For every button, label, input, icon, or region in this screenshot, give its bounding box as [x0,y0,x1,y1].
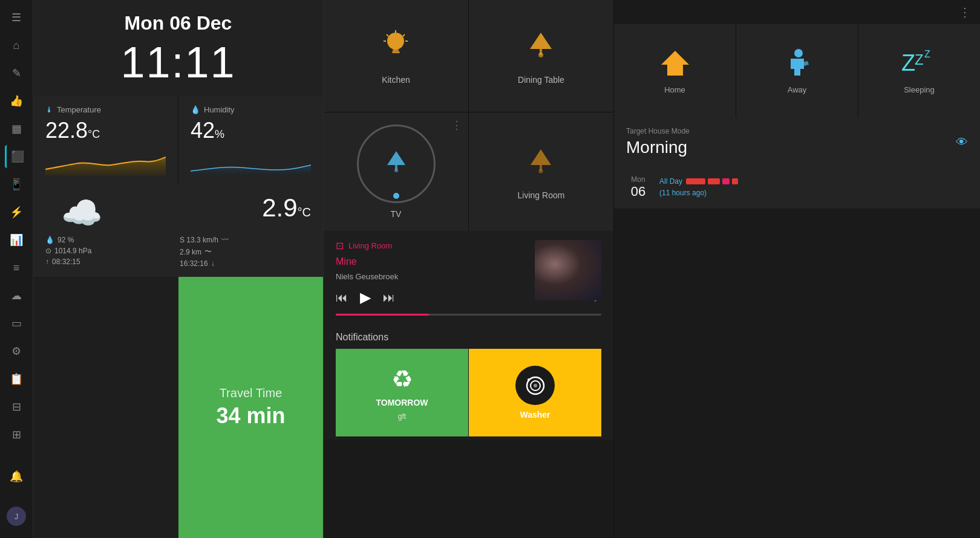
dining-label: Dining Table [518,75,564,85]
sched-bar-1 [686,178,705,184]
thumb-icon[interactable]: 👍 [5,89,28,112]
svg-point-20 [528,378,530,381]
washer-icon [515,366,555,405]
svg-text:Z: Z [915,51,924,68]
bottom-left: Travel Time 34 min [33,277,323,538]
play-button[interactable]: ▶ [360,289,371,306]
kitchen-label: Kitchen [382,75,410,85]
sleep-mode-icon: Z Z Z [901,48,938,80]
recycle-sub: gft [398,412,406,421]
svg-rect-2 [392,51,400,53]
washer-card[interactable]: Washer [469,349,601,436]
table-icon[interactable]: ⊞ [5,423,28,446]
tv-label: TV [391,209,402,219]
recycle-icon: ♻ [391,365,413,393]
date-time-card: Mon 06 Dec 11:11 [33,0,323,96]
sidebar: ☰ ⌂ ✎ 👍 ▦ ⬛ 📱 ⚡ 📊 ≡ ☁ ▭ ⚙ 📋 ⊟ ⊞ 🔔 J [0,0,33,538]
away-mode-label: Away [788,85,807,94]
svg-marker-14 [531,149,551,165]
empty-left [33,277,106,538]
all-day-label: All Day [659,177,682,186]
kitchen-light-card[interactable]: Kitchen [324,0,468,112]
bell-sidebar-icon[interactable]: 🔔 [5,465,28,488]
progress-bar[interactable] [336,314,601,316]
sunset-icon: ↓ [211,259,215,268]
sched-bar-2 [708,178,720,184]
living-lamp-icon [524,143,558,184]
target-mode-label: Target House Mode [626,127,968,135]
home-mode-card[interactable]: Home [614,24,736,118]
prev-button[interactable]: ⏮ [336,291,348,305]
gauge-icon: ⊙ [45,247,51,255]
tv-dial[interactable] [357,125,436,203]
tv-dots-menu[interactable]: ⋮ [451,118,462,132]
grid-icon[interactable]: ▦ [5,117,28,140]
cloud-icon: ☁️ [61,193,103,233]
avatar[interactable]: J [7,507,26,526]
sleeping-mode-card[interactable]: Z Z Z Sleeping [858,24,980,118]
travel-card[interactable]: Travel Time 34 min [178,277,323,538]
right-column: ⋮ Home Away [614,0,980,538]
outdoor-temp: 2.9°C [124,193,311,222]
humidity-icon: 💧 [191,105,200,114]
notifications-title: Notifications [336,332,601,343]
svg-point-10 [538,53,543,57]
phone-icon[interactable]: 📱 [5,173,28,196]
temperature-value: 22.8°C [45,118,166,143]
cloud-sidebar-icon[interactable]: ☁ [5,284,28,307]
svg-marker-8 [530,33,552,49]
schedule-all-day: All Day [659,177,968,186]
gust-icon: 〜 [204,247,212,257]
notifications-grid: ♻ TOMORROW gft Washer [336,349,601,436]
recycle-label: TOMORROW [376,398,428,407]
more-dots-icon[interactable]: ⋮ [959,5,971,19]
dining-lamp-icon [524,28,558,69]
panel-icon[interactable]: ⬛ [5,145,28,168]
bar-chart-icon[interactable]: 📊 [5,228,28,251]
album-art [535,240,601,300]
tv-card[interactable]: ⋮ TV [324,112,468,231]
media-room: Living Room [348,241,392,250]
humidity-card: 💧 Humidity 42% [178,96,323,184]
recycle-card[interactable]: ♻ TOMORROW gft [336,349,468,436]
weather-details-right: S 13.3 km/h 〰 2.9 km 〜 16:32:16 ↓ [180,236,311,268]
sunrise-icon: ↑ [45,258,49,266]
house-mode-grid: Home Away Z Z Z [614,24,980,118]
layers-icon[interactable]: ≡ [5,256,28,279]
sched-bar-3 [722,178,730,184]
next-button[interactable]: ⏭ [383,291,395,305]
dining-light-card[interactable]: Dining Table [469,0,613,112]
sleeping-mode-label: Sleeping [904,85,935,94]
time-ago: (11 hours ago) [659,189,968,197]
menu-icon[interactable]: ☰ [5,6,28,29]
tool-icon[interactable]: ⚙ [5,340,28,363]
lines-icon[interactable]: ⊟ [5,395,28,418]
schedule-day-name: Mon [631,175,645,184]
tv-dial-dot [393,193,399,199]
schedule-card: Mon 06 All Day (11 hours ago) [614,166,980,209]
bolt-icon[interactable]: ⚡ [5,201,28,224]
progress-fill [336,314,429,316]
top-bar: ⋮ [614,0,980,24]
svg-point-13 [394,169,398,172]
eye-icon[interactable]: 👁 [956,135,968,149]
sched-bar-4 [732,178,738,184]
pressure-detail: ⊙ 1014.9 hPa [45,247,177,255]
target-mode-card: Target House Mode Morning 👁 [614,118,980,166]
date-display: Mon 06 Dec [51,12,305,34]
pencil-icon[interactable]: ✎ [5,62,28,85]
list-icon[interactable]: 📋 [5,368,28,391]
monitor-icon[interactable]: ▭ [5,312,28,335]
media-card: ⊡ Living Room Mine Niels Geusebroek ⏮ ▶ … [324,231,613,325]
notifications-section: Notifications ♻ TOMORROW gft [324,325,613,439]
away-mode-card[interactable]: Away [736,24,858,118]
left-column: Mon 06 Dec 11:11 🌡 Temperature 22.8°C [33,0,324,538]
home-sidebar-icon[interactable]: ⌂ [5,34,28,57]
sensors-grid: 🌡 Temperature 22.8°C [33,96,323,184]
target-mode-value: Morning [626,138,968,157]
svg-line-4 [387,34,388,36]
home-mode-icon [660,48,690,80]
living-room-light-card[interactable]: Living Room [469,112,613,231]
media-face [535,240,601,300]
sunset-detail: 16:32:16 ↓ [180,259,311,268]
